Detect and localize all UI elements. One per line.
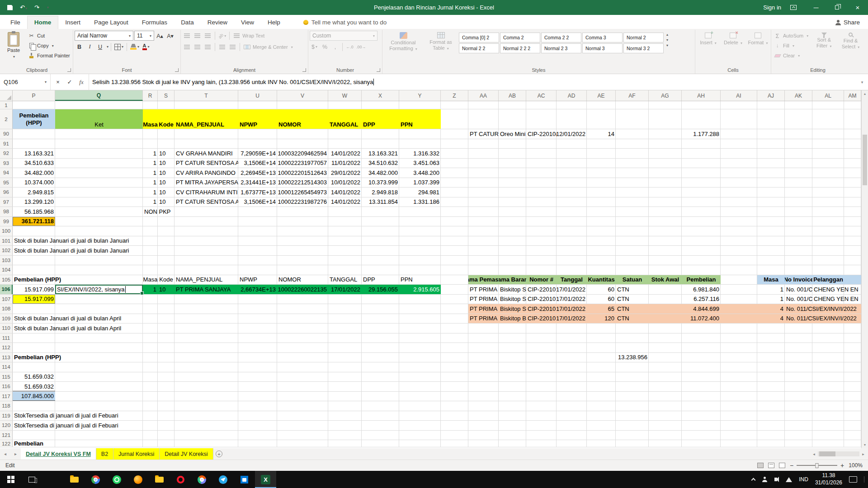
cell-AK120[interactable]: [785, 421, 812, 430]
horizontal-scroll-thumb[interactable]: [819, 451, 835, 456]
redo-icon[interactable]: ↷: [34, 5, 39, 10]
column-header-T[interactable]: T: [175, 90, 238, 101]
cell-AD98[interactable]: [557, 207, 587, 216]
column-header-AI[interactable]: AI: [721, 90, 757, 101]
cell-X114[interactable]: [362, 362, 399, 372]
row-header-112[interactable]: 112: [0, 343, 13, 352]
cell-AI104[interactable]: [721, 265, 757, 275]
cell-AG122[interactable]: [649, 440, 682, 447]
cell-Z98[interactable]: [441, 207, 468, 216]
cell-W112[interactable]: [328, 343, 362, 352]
cell-V90[interactable]: [277, 129, 328, 139]
cell-T95[interactable]: PT MITRA JAYAPERSAD: [175, 178, 238, 188]
cell-W93[interactable]: 11/01/2022: [328, 159, 362, 168]
cell-AJ90[interactable]: [757, 129, 785, 139]
cell-AF111[interactable]: [616, 333, 649, 343]
cell-R111[interactable]: [143, 333, 158, 343]
cell-AH111[interactable]: [682, 333, 721, 343]
cell-U113[interactable]: [238, 353, 277, 362]
cell-R114[interactable]: [143, 362, 158, 372]
column-header-P[interactable]: P: [13, 90, 55, 101]
cell-AC2[interactable]: [526, 109, 557, 129]
cell-X96[interactable]: 2.949.818: [362, 188, 399, 197]
cell-AH121[interactable]: [682, 431, 721, 440]
cell-S116[interactable]: [158, 382, 175, 391]
cell-AJ110[interactable]: [757, 324, 785, 333]
cell-W90[interactable]: [328, 129, 362, 139]
cell-P112[interactable]: [13, 343, 55, 352]
cell-AI91[interactable]: [721, 139, 757, 149]
cell-T112[interactable]: [175, 343, 238, 352]
cell-AM114[interactable]: [844, 362, 861, 372]
decrease-indent-button[interactable]: [217, 42, 227, 52]
cell-U117[interactable]: [238, 392, 277, 401]
cell-AI96[interactable]: [721, 188, 757, 197]
cell-AL94[interactable]: [812, 168, 844, 178]
cell-AG102[interactable]: [649, 246, 682, 255]
cell-AL111[interactable]: [812, 333, 844, 343]
cell-AC98[interactable]: [526, 207, 557, 216]
column-header-AH[interactable]: AH: [682, 90, 721, 101]
cell-U104[interactable]: [238, 265, 277, 275]
cell-AJ107[interactable]: 1: [757, 295, 785, 304]
cell-P104[interactable]: [13, 265, 55, 275]
cell-AF107[interactable]: CTN: [616, 295, 649, 304]
cell-AL106[interactable]: CHENG YEN EN: [812, 285, 861, 294]
cell-AH102[interactable]: [682, 246, 721, 255]
cell-Z106[interactable]: [441, 285, 468, 294]
cell-W101[interactable]: [328, 236, 362, 246]
cell-V101[interactable]: [277, 236, 328, 246]
column-header-S[interactable]: S: [158, 90, 175, 101]
cell-Z118[interactable]: [441, 401, 468, 411]
cell-AI2[interactable]: [721, 109, 757, 129]
cell-AD94[interactable]: [557, 168, 587, 178]
cell-AJ97[interactable]: [757, 197, 785, 207]
speaker-icon[interactable]: [774, 478, 777, 481]
cell-AA118[interactable]: [468, 401, 499, 411]
cell-AD99[interactable]: [557, 217, 587, 226]
cell-W97[interactable]: 14/01/2022: [328, 197, 362, 207]
cell-Y107[interactable]: [399, 295, 441, 304]
cell-R118[interactable]: [143, 401, 158, 411]
cell-AH98[interactable]: [682, 207, 721, 216]
cell-U107[interactable]: [238, 295, 277, 304]
cell-Q96[interactable]: [55, 188, 143, 197]
insert-cells-button[interactable]: Insert ▾: [697, 31, 720, 46]
decrease-decimal-button[interactable]: .00→: [355, 42, 367, 52]
cell-AG117[interactable]: [649, 392, 682, 401]
column-header-R[interactable]: R: [143, 90, 158, 101]
cell-T99[interactable]: [175, 217, 238, 226]
cell-AE95[interactable]: [587, 178, 616, 188]
cell-AL121[interactable]: [812, 431, 844, 440]
cell-AM97[interactable]: [844, 197, 861, 207]
cell-AL113[interactable]: [812, 353, 844, 362]
autosum-button[interactable]: ΣAutoSum▾: [773, 31, 810, 41]
cell-AL102[interactable]: [812, 246, 844, 255]
cell-V98[interactable]: [277, 207, 328, 216]
cell-Y1[interactable]: [399, 101, 441, 109]
cell-R1[interactable]: [143, 101, 158, 109]
cell-AG113[interactable]: [649, 353, 682, 362]
cell-T100[interactable]: [175, 226, 238, 236]
cell-R103[interactable]: [143, 256, 158, 265]
cell-AJ102[interactable]: [757, 246, 785, 255]
cell-AL101[interactable]: [812, 236, 844, 246]
taskbar-store-button[interactable]: [234, 471, 255, 488]
cell-T118[interactable]: [175, 401, 238, 411]
cell-Q116[interactable]: [55, 382, 143, 391]
merge-center-button[interactable]: Merge & Center▾: [242, 42, 294, 52]
cell-AA113[interactable]: [468, 353, 499, 362]
cell-P2[interactable]: Pembelian (HPP): [13, 109, 55, 129]
cell-U103[interactable]: [238, 256, 277, 265]
cell-P97[interactable]: 13.299.120: [13, 197, 55, 207]
cell-AI95[interactable]: [721, 178, 757, 188]
cell-Y101[interactable]: [399, 236, 441, 246]
cell-AG94[interactable]: [649, 168, 682, 178]
cell-T97[interactable]: PT CATUR SENTOSA AN: [175, 197, 238, 207]
cell-T108[interactable]: [175, 304, 238, 314]
cell-AK94[interactable]: [785, 168, 812, 178]
cell-Y102[interactable]: [399, 246, 441, 255]
cell-R105[interactable]: Masa: [143, 275, 158, 285]
cell-U90[interactable]: [238, 129, 277, 139]
cell-R116[interactable]: [143, 382, 158, 391]
